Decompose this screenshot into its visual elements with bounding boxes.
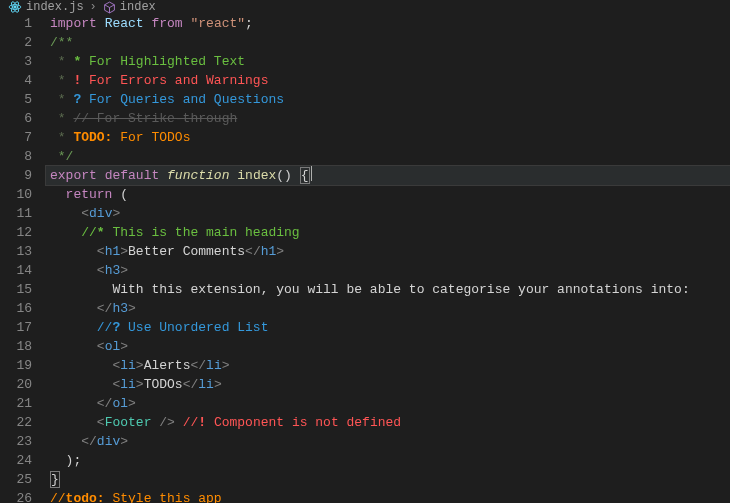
code-token: Style this app [105,491,222,503]
line-number: 22 [0,413,32,432]
code-line[interactable]: */ [46,147,730,166]
breadcrumb-file[interactable]: index.js [26,0,84,14]
code-line[interactable]: import React from "react"; [46,14,730,33]
line-number: 8 [0,147,32,166]
code-token: > [136,377,144,392]
code-line[interactable]: //* This is the main heading [46,223,730,242]
line-number: 9 [0,166,32,185]
code-line[interactable]: //? Use Unordered List [46,318,730,337]
code-line[interactable]: ); [46,451,730,470]
code-token: </ [97,301,113,316]
code-token [50,434,81,449]
code-token: ); [50,453,81,468]
code-token [50,225,81,240]
code-line[interactable]: </ol> [46,394,730,413]
line-number: 2 [0,33,32,52]
line-number: 23 [0,432,32,451]
line-number: 11 [0,204,32,223]
code-line[interactable]: With this extension, you will be able to… [46,280,730,299]
code-token: div [97,434,120,449]
code-token: With this extension, you will be able to… [50,282,690,297]
code-line[interactable]: * ! For Errors and Warnings [46,71,730,90]
code-token: ! [198,415,206,430]
code-editor[interactable]: 1234567891011121314151617181920212223242… [0,14,730,503]
code-token [50,339,97,354]
code-line[interactable]: return ( [46,185,730,204]
code-token: * [50,54,73,69]
cube-icon [103,1,116,14]
code-token: export [50,168,97,183]
line-number: 3 [0,52,32,71]
code-token: // [81,225,97,240]
code-token: > [128,396,136,411]
code-token: Better Comments [128,244,245,259]
code-token: li [120,377,136,392]
code-token: > [120,244,128,259]
code-token: </ [190,358,206,373]
code-token: h1 [261,244,277,259]
code-token [97,168,105,183]
code-line[interactable]: <li>Alerts</li> [46,356,730,375]
code-token: h3 [112,301,128,316]
code-line[interactable]: <div> [46,204,730,223]
code-token: index [237,168,276,183]
code-line[interactable]: * * For Highlighted Text [46,52,730,71]
code-token: h1 [105,244,121,259]
line-number: 19 [0,356,32,375]
code-token: // [183,415,199,430]
code-token [175,415,183,430]
code-line[interactable]: </h3> [46,299,730,318]
code-token: This is the main heading [105,225,300,240]
code-line[interactable]: <ol> [46,337,730,356]
code-token: "react" [190,16,245,31]
line-number: 1 [0,14,32,33]
code-token: // For Strike-through [73,111,237,126]
line-number: 16 [0,299,32,318]
line-number: 4 [0,71,32,90]
code-token: import [50,16,97,31]
code-line[interactable]: * ? For Queries and Questions [46,90,730,109]
code-token: > [276,244,284,259]
line-number: 7 [0,128,32,147]
code-token: < [97,244,105,259]
code-token: </ [81,434,97,449]
code-line[interactable]: export default function index() { [46,166,730,185]
code-token: from [151,16,182,31]
code-line[interactable]: } [46,470,730,489]
code-line[interactable]: * // For Strike-through [46,109,730,128]
code-line[interactable]: * TODO: For TODOs [46,128,730,147]
code-token: /** [50,35,73,50]
line-number: 13 [0,242,32,261]
code-token: For Errors and Warnings [81,73,268,88]
code-token: </ [245,244,261,259]
code-token [97,16,105,31]
breadcrumb-symbol[interactable]: index [120,0,156,14]
breadcrumb[interactable]: index.js › index [0,0,730,14]
code-token [50,320,97,335]
code-token: Footer [105,415,152,430]
code-line[interactable]: /** [46,33,730,52]
code-token: ol [105,339,121,354]
code-line[interactable]: <Footer /> //! Component is not defined [46,413,730,432]
code-line[interactable]: //todo: Style this app [46,489,730,503]
code-token: Use Unordered List [120,320,268,335]
code-token: TODO: [73,130,112,145]
code-token: * [50,111,73,126]
code-area[interactable]: import React from "react";/** * * For Hi… [46,14,730,503]
code-token: */ [50,149,73,164]
code-token [292,168,300,183]
code-token: /> [151,415,174,430]
code-line[interactable]: <h3> [46,261,730,280]
code-token: < [97,263,105,278]
code-line[interactable]: </div> [46,432,730,451]
code-token: TODOs [144,377,183,392]
code-token [50,244,97,259]
code-token: For Queries and Questions [81,92,284,107]
code-line[interactable]: <h1>Better Comments</h1> [46,242,730,261]
code-token: () [276,168,292,183]
code-line[interactable]: <li>TODOs</li> [46,375,730,394]
code-token: </ [183,377,199,392]
code-token: default [105,168,160,183]
line-number: 25 [0,470,32,489]
code-token: } [50,471,60,488]
